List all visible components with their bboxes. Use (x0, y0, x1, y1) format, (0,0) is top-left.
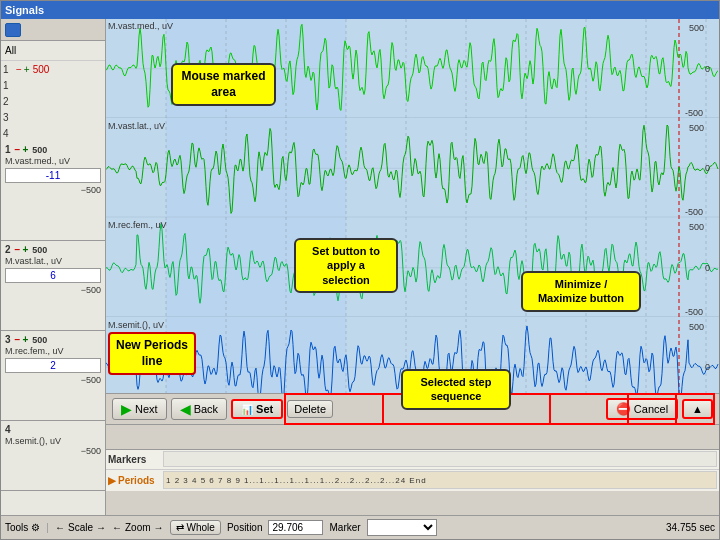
whole-icon: ⇄ (176, 522, 184, 533)
tools-icon[interactable]: ⚙ (31, 522, 40, 533)
set-icon: 📊 (241, 404, 253, 415)
ch1-plus[interactable]: + (24, 64, 30, 75)
time-value: 34.755 sec (666, 522, 715, 533)
ch-row-1b: 1 (1, 77, 105, 93)
left-panel: All 1 − + 500 1 2 3 4 (1, 19, 106, 515)
scale-right-icon: → (96, 522, 106, 533)
status-bar: Tools ⚙ | ← Scale → ← Zoom → ⇄ Whole Pos… (1, 515, 719, 539)
minimize-maximize-button[interactable]: ▲ (682, 399, 713, 419)
title-bar: Signals (1, 1, 719, 19)
ch-row-3: 3 (1, 109, 105, 125)
section-4: 4 M.semit.(), uV −500 (1, 421, 105, 491)
scale-item[interactable]: ← Scale → (55, 522, 106, 533)
section-1: 1 − + 500 M.vast.med., uV -11 −500 (1, 141, 105, 241)
section1-value: -11 (5, 168, 101, 183)
selected-step-annotation: Selected step sequence (401, 369, 511, 410)
zoom-item[interactable]: ← Zoom → (112, 522, 164, 533)
mouse-marked-area-annotation: Mouse marked area (171, 63, 276, 106)
periods-label: ▶ Periods (108, 475, 163, 486)
minimize-icon: ▲ (692, 403, 703, 415)
delete-button[interactable]: Delete (287, 400, 333, 418)
next-icon: ▶ (121, 401, 132, 417)
markers-label: Markers (108, 454, 163, 465)
markers-row: Markers (106, 450, 719, 470)
section-3: 3 − + 500 M.rec.fem., uV 2 −500 (1, 331, 105, 421)
cancel-button[interactable]: ⛔ Cancel (606, 398, 678, 420)
cancel-icon: ⛔ (616, 402, 631, 416)
periods-timeline: 1 2 3 4 5 6 7 8 9 1...1...1...1...1...1.… (163, 471, 717, 489)
scale-left-icon: ← (55, 522, 65, 533)
position-label: Position (227, 522, 263, 533)
markers-track (163, 451, 717, 467)
set-button-annotation: Set button to apply a selection (294, 238, 398, 293)
signals-window: Signals All 1 − + 500 1 2 (0, 0, 720, 540)
section3-value: 2 (5, 358, 101, 373)
position-input[interactable] (268, 520, 323, 535)
ch1-minus[interactable]: − (16, 64, 22, 75)
ch-row-4: 4 (1, 125, 105, 141)
ch-row-1: 1 − + 500 (1, 61, 105, 77)
main-area: All 1 − + 500 1 2 3 4 (1, 19, 719, 515)
whole-button[interactable]: ⇄ Whole (170, 520, 221, 535)
next-button[interactable]: ▶ Next (112, 398, 167, 420)
section1-header: 1 − + 500 (1, 143, 105, 156)
set-button[interactable]: 📊 Set (231, 399, 283, 419)
ch-row-2: 2 (1, 93, 105, 109)
section2-value: 6 (5, 268, 101, 283)
zoom-label: Zoom (125, 522, 151, 533)
marker-select[interactable] (367, 519, 437, 536)
section-2: 2 − + 500 M.vast.lat., uV 6 −500 (1, 241, 105, 331)
tools-item: Tools ⚙ (5, 522, 40, 533)
channel-header (1, 19, 105, 41)
periods-row: ▶ Periods 1 2 3 4 5 6 7 8 9 1...1...1...… (106, 470, 719, 491)
marker-label: Marker (329, 522, 360, 533)
waveform-container: Mouse marked area Set button to apply a … (106, 19, 719, 515)
minimize-maximize-annotation: Minimize / Maximize button (521, 271, 641, 312)
back-icon: ◀ (180, 401, 191, 417)
zoom-left-icon: ← (112, 522, 122, 533)
all-label: All (5, 45, 16, 56)
markers-area: Markers ▶ Periods 1 2 3 4 5 6 7 8 9 1...… (106, 449, 719, 491)
zoom-right-icon: → (154, 522, 164, 533)
back-button[interactable]: ◀ Back (171, 398, 227, 420)
new-periods-annotation: New Periods line (108, 332, 196, 375)
signals-icon (5, 23, 21, 37)
window-title: Signals (5, 4, 44, 16)
all-row: All (1, 41, 105, 61)
scale-label: Scale (68, 522, 93, 533)
tools-label: Tools (5, 522, 28, 533)
